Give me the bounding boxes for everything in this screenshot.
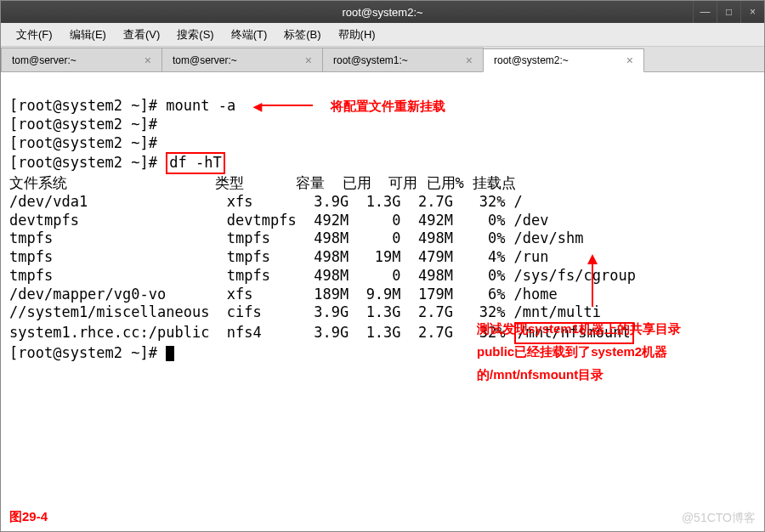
prompt-line: [root@system2 ~]# (9, 116, 157, 133)
tab-label: tom@server:~ (173, 54, 237, 66)
menu-view[interactable]: 查看(V) (115, 24, 168, 46)
prompt-line: [root@system2 ~]# (9, 344, 174, 361)
df-row: tmpfs tmpfs 498M 0 498M 0% /sys/fs/cgrou… (9, 267, 636, 284)
tab-close-icon[interactable]: × (466, 54, 473, 67)
menu-tabs[interactable]: 标签(B) (275, 24, 329, 46)
prompt-line: [root@system2 ~]# mount -a (9, 96, 235, 113)
menu-help[interactable]: 帮助(H) (330, 24, 384, 46)
df-row: /dev/vda1 xfs 3.9G 1.3G 2.7G 32% / (9, 193, 523, 210)
df-row: tmpfs tmpfs 498M 19M 479M 4% /run (9, 248, 549, 265)
arrow-left-icon: ◀ (253, 96, 263, 116)
menu-search[interactable]: 搜索(S) (168, 24, 222, 46)
arrow-body (592, 264, 593, 307)
menu-file[interactable]: 文件(F) (8, 24, 61, 46)
tab-tom-server-1[interactable]: tom@server:~× (1, 48, 162, 71)
window-title: root@system2:~ (342, 6, 422, 19)
cursor-icon (166, 346, 174, 361)
titlebar[interactable]: root@system2:~ — □ × (1, 1, 764, 23)
tab-label: root@system1:~ (333, 54, 408, 66)
menu-edit[interactable]: 编辑(E) (61, 24, 115, 46)
terminal-window: root@system2:~ — □ × 文件(F) 编辑(E) 查看(V) 搜… (0, 0, 765, 532)
annotation-line: 的/mnt/nfsmount目录 (477, 363, 732, 386)
menubar: 文件(F) 编辑(E) 查看(V) 搜索(S) 终端(T) 标签(B) 帮助(H… (1, 23, 764, 47)
maximize-button[interactable]: □ (717, 1, 740, 23)
tab-close-icon[interactable]: × (305, 54, 312, 67)
tab-tom-server-2[interactable]: tom@server:~× (162, 48, 323, 71)
df-row: devtmpfs devtmpfs 492M 0 492M 0% /dev (9, 212, 549, 229)
arrow-up (587, 254, 598, 307)
prompt-line: [root@system2 ~]# (9, 134, 157, 151)
df-header: 文件系统 类型 容量 已用 可用 已用% 挂载点 (9, 174, 516, 191)
tab-close-icon[interactable]: × (626, 54, 633, 67)
df-row: tmpfs tmpfs 498M 0 498M 0% /dev/shm (9, 229, 584, 246)
arrow-body (262, 105, 313, 106)
close-button[interactable]: × (740, 1, 764, 23)
minimize-button[interactable]: — (693, 1, 717, 23)
watermark: @51CTO博客 (682, 511, 756, 526)
prompt-line: [root@system2 ~]# df -hT (9, 154, 225, 171)
annotation-line: 测试发现system1机器上的共享目录 (477, 317, 732, 340)
annotation-line: public已经挂载到了system2机器 (477, 340, 732, 363)
window-controls: — □ × (693, 1, 764, 23)
tab-label: tom@server:~ (12, 54, 76, 66)
df-row: /dev/mapper/vg0-vo xfs 189M 9.9M 179M 6%… (9, 286, 558, 303)
annotation-mount: 将配置文件重新挂载 (331, 98, 445, 112)
tab-root-system1[interactable]: root@system1:~× (322, 48, 484, 71)
annotation-nfsmount: 测试发现system1机器上的共享目录 public已经挂载到了system2机… (477, 317, 732, 386)
terminal-output[interactable]: [root@system2 ~]# mount -a ◀ 将配置文件重新挂载 [… (1, 72, 764, 531)
highlighted-command-df: df -hT (166, 152, 224, 174)
tab-close-icon[interactable]: × (144, 54, 151, 67)
arrow-up-icon (587, 254, 598, 264)
menu-terminal[interactable]: 终端(T) (223, 24, 276, 46)
tab-label: root@system2:~ (494, 54, 569, 66)
tab-root-system2[interactable]: root@system2:~× (483, 48, 644, 72)
figure-label: 图29-4 (9, 508, 48, 524)
tabbar: tom@server:~× tom@server:~× root@system1… (1, 47, 764, 72)
